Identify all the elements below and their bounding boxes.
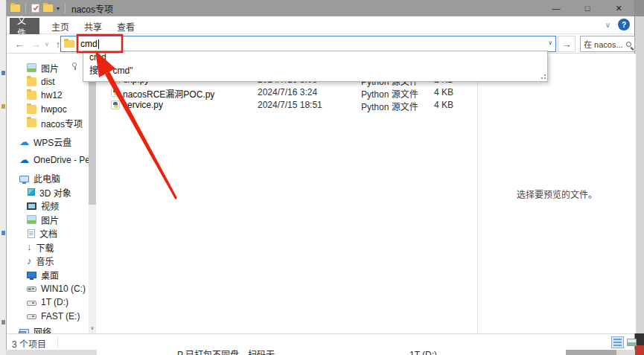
suggest-item-search-cmd[interactable]: 搜索 "cmd" <box>83 63 547 75</box>
file-size: 4 KB <box>410 100 453 110</box>
sidebar-item-videos[interactable]: 视频 <box>7 199 95 214</box>
file-date: 2024/7/16 3:24 <box>258 87 317 97</box>
file-row[interactable]: nacosRCE漏洞POC.py 2024/7/16 3:24 Python 源… <box>98 86 477 99</box>
close-button[interactable]: ✕ <box>603 0 634 16</box>
sidebar-item-downloads[interactable]: ↓ 下载 <box>7 240 95 255</box>
properties-check-icon[interactable] <box>31 4 39 13</box>
window-controls: — □ ✕ <box>541 0 634 16</box>
desktop-icon-fragment <box>1 71 5 75</box>
sidebar-item-this-pc[interactable]: 此电脑 <box>7 172 95 186</box>
file-list: exp.py 2024/7/16 3:03 Python 源文件 2 KB na… <box>98 54 477 333</box>
sidebar-item-wps-cloud[interactable]: ☁ WPS云盘 <box>7 135 95 150</box>
sidebar-item-drive-c[interactable]: WIN10 (C:) <box>7 282 95 296</box>
drive-icon <box>27 314 36 319</box>
sidebar-item-pictures[interactable]: 图片 <box>7 213 95 227</box>
background-window-bottom-strip: P 已打包不同盘，扫码无 1T (D:) <box>6 350 635 355</box>
sidebar-item-drive-d[interactable]: 1T (D:) <box>7 295 95 310</box>
folder-icon <box>27 118 36 127</box>
address-suggest-dropdown: cmd 搜索 "cmd" <box>83 51 548 82</box>
sidebar-item-desktop[interactable]: 桌面 <box>7 268 95 282</box>
address-dropdown-icon[interactable]: ∨ <box>548 39 552 46</box>
status-separator <box>57 337 58 348</box>
desktop-edge-strip <box>0 0 6 355</box>
sidebar-item-dist[interactable]: dist <box>7 75 95 89</box>
folder-icon <box>27 105 36 114</box>
forward-button[interactable]: → <box>29 37 42 51</box>
file-date: 2024/7/15 18:51 <box>258 100 322 110</box>
check-glyph <box>33 5 39 11</box>
help-button[interactable]: ? <box>618 19 630 31</box>
sidebar-item-hw12[interactable]: hw12 <box>7 89 95 103</box>
details-view-button[interactable] <box>611 336 624 348</box>
background-window-strip <box>635 0 644 355</box>
cube-icon <box>28 188 35 196</box>
sidebar-item-network[interactable]: 网络 <box>7 324 95 333</box>
minimize-button[interactable]: — <box>541 0 572 16</box>
quick-access-toolbar: ▾ <box>7 3 67 13</box>
background-window-statusbar: P 已打包不同盘，扫码无 1T (D:) <box>97 350 616 355</box>
status-bar: 3 个项目 <box>7 333 634 350</box>
text-caret <box>98 39 99 49</box>
background-window-titlebar <box>635 0 644 16</box>
file-row[interactable]: service.py 2024/7/15 18:51 Python 源文件 4 … <box>98 99 477 112</box>
items-count: 3 个项目 <box>12 337 46 350</box>
background-clipped-text: P 已打包不同盘，扫码无 <box>177 350 275 355</box>
back-button[interactable]: ← <box>13 37 26 51</box>
pin-icon <box>72 63 77 67</box>
folder-icon <box>27 91 36 100</box>
sidebar-item-music[interactable]: ♪ 音乐 <box>7 255 95 269</box>
music-note-icon: ♪ <box>27 257 32 266</box>
onedrive-cloud-icon: ☁ <box>19 156 29 164</box>
sidebar-item-documents[interactable]: 文档 <box>7 227 95 241</box>
new-folder-icon[interactable] <box>43 4 53 12</box>
desktop-icon-fragment <box>1 231 5 235</box>
tab-view[interactable]: 查看 <box>109 18 142 34</box>
address-folder-icon <box>64 40 74 48</box>
drive-icon <box>27 301 36 306</box>
search-icon <box>626 42 631 47</box>
go-button[interactable]: → <box>558 36 576 52</box>
file-size: 4 KB <box>410 87 453 97</box>
navigation-tree: 图片 dist hw12 hwpoc nacos专项 ☁ WPS云盘 ☁ One… <box>7 61 95 333</box>
recent-locations-icon[interactable]: ∨ <box>42 37 51 51</box>
file-name: service.py <box>123 100 163 110</box>
background-window-text-fragment <box>636 52 644 275</box>
computer-icon <box>19 176 29 182</box>
qat-dropdown-icon[interactable]: ▾ <box>57 5 60 12</box>
sidebar-item-nacos[interactable]: nacos专项 <box>7 116 95 130</box>
dropdown-resize-grip[interactable] <box>541 74 546 80</box>
pictures-icon <box>27 215 36 224</box>
desktop-icon-fragment <box>1 104 5 109</box>
suggest-item-cmd[interactable]: cmd <box>83 51 547 63</box>
large-icons-view-icon <box>627 339 637 346</box>
sidebar-scrollbar[interactable]: ∨ <box>89 54 96 333</box>
pictures-icon <box>27 63 36 72</box>
ribbon-collapse-icon[interactable]: ∨ <box>605 21 610 29</box>
sidebar-item-drive-e[interactable]: FAST (E:) <box>7 310 95 324</box>
sidebar-item-hwpoc[interactable]: hwpoc <box>7 103 95 117</box>
desktop-icon-fragment <box>1 320 5 324</box>
navigation-pane: 图片 dist hw12 hwpoc nacos专项 ☁ WPS云盘 ☁ One… <box>7 54 98 333</box>
search-input[interactable]: 在 nacos... <box>580 36 635 52</box>
address-value: cmd <box>80 39 98 49</box>
toolbar-separator <box>25 3 26 13</box>
sidebar-item-pictures-quick[interactable]: 图片 <box>7 61 95 75</box>
download-icon: ↓ <box>27 243 32 252</box>
cloud-icon: ☁ <box>19 138 29 147</box>
tab-share[interactable]: 共享 <box>77 18 109 34</box>
background-clipped-drive-text: 1T (D:) <box>409 350 437 355</box>
sidebar-item-onedrive[interactable]: ☁ OneDrive - Pers <box>7 153 95 167</box>
address-input[interactable]: cmd ∨ <box>60 36 556 52</box>
tab-home[interactable]: 主页 <box>44 18 77 34</box>
titlebar[interactable]: ▾ nacos专项 — □ ✕ <box>7 0 634 16</box>
explorer-window: ▾ nacos专项 — □ ✕ 文件 主页 共享 查看 ∨ ? ← → ∨ ↑ … <box>6 0 635 350</box>
maximize-button[interactable]: □ <box>572 0 603 16</box>
search-placeholder: 在 nacos... <box>584 38 626 50</box>
video-icon <box>27 202 36 210</box>
scrollbar-down-icon[interactable]: ∨ <box>89 323 96 333</box>
folder-icon <box>27 77 36 86</box>
window-title: nacos专项 <box>71 2 113 15</box>
sidebar-item-3d-objects[interactable]: 3D 对象 <box>7 185 95 199</box>
large-icons-view-button[interactable] <box>625 336 638 348</box>
tab-file[interactable]: 文件 <box>10 18 39 34</box>
